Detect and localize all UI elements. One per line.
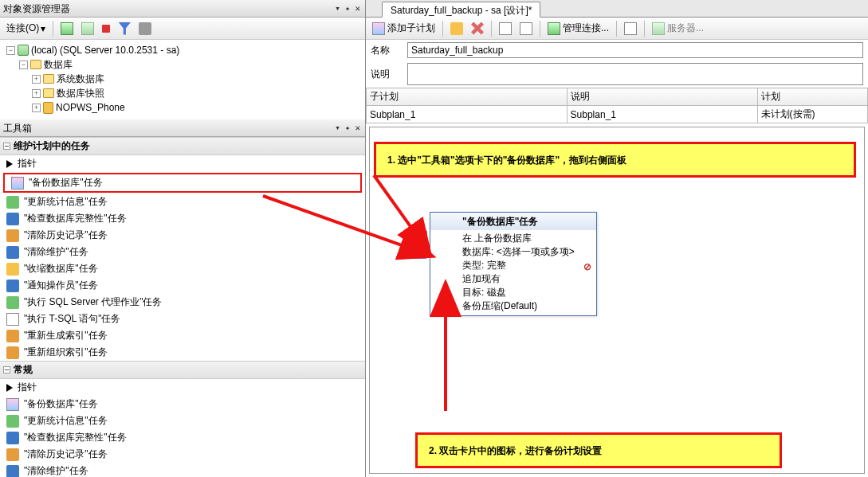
manage-connections-button[interactable]: 管理连接... [544,20,612,37]
oe-connect-icon[interactable] [57,21,77,37]
annotation-2: 2. 双击卡片中的图标，进行备份计划设置 [415,432,782,468]
toolbox-panel: 维护计划中的任务 指针 "备份数据库"任务 "更新统计信息"任务 "检查数据库完… [0,137,365,477]
document-tabstrip: Saturday_full_backup - sa [设计]* [366,0,868,18]
history-icon [6,448,19,461]
tb-rebuild-index[interactable]: "重新生成索引"任务 [0,327,365,344]
agent-icon [6,296,19,309]
tb-pointer-2[interactable]: 指针 [0,379,365,396]
close-icon[interactable]: ✕ [353,119,362,137]
history-icon [6,229,19,242]
pointer-icon [6,384,13,392]
tb-exec-tsql[interactable]: "执行 T-SQL 语句"任务 [0,311,365,327]
col-sched: 计划 [757,88,867,106]
tree-databases[interactable]: − 数据库 [19,57,362,72]
tb-cleanup-maint[interactable]: "清除维护"任务 [0,244,365,260]
add-subplan-button[interactable]: 添加子计划 [369,20,438,37]
oe-filter-icon[interactable] [115,21,134,37]
collapse-icon [3,143,10,150]
servers-button[interactable]: 服务器... [649,20,707,37]
cleanup-icon [6,465,19,478]
tb-backup-db-2[interactable]: "备份数据库"任务 [0,396,365,412]
card-error-icon[interactable]: ⊘ [582,262,593,273]
plan-name-label: 名称 [371,44,403,57]
tb-update-stats-2[interactable]: "更新统计信息"任务 [0,412,365,429]
backup-icon [11,177,24,190]
oe-stop-icon[interactable] [99,23,113,34]
tb-shrink-db[interactable]: "收缩数据库"任务 [0,260,365,277]
tree-server[interactable]: − (local) (SQL Server 10.0.2531 - sa) [6,43,362,57]
tree-db-nopws[interactable]: + NOPWS_Phone [32,100,362,115]
integrity-icon [6,213,19,225]
tb-check-integrity[interactable]: "检查数据库完整性"任务 [0,210,365,227]
calendar-icon[interactable] [496,21,515,37]
connect-button[interactable]: 连接(O)▾ [3,20,49,37]
toolbox-group-general[interactable]: 常规 [0,361,365,379]
tb-cleanup-maint-2[interactable]: "清除维护"任务 [0,463,365,477]
card-line: 追加现有 [462,272,591,286]
subplan-grid[interactable]: 子计划 说明 计划 Subplan_1 Subplan_1 未计划(按需) [366,88,868,123]
oe-refresh-icon[interactable] [136,21,155,37]
folder-icon [43,88,54,98]
pin-icon[interactable]: ✦ [344,0,352,18]
card-line: 类型: 完整 [462,259,591,272]
tb-reorg-index[interactable]: "重新组织索引"任务 [0,344,365,361]
plan-desc-row: 说明 [366,61,868,88]
svg-line-0 [374,175,414,231]
rebuild-icon [6,330,19,342]
tb-check-integrity-2[interactable]: "检查数据库完整性"任务 [0,429,365,446]
tb-update-stats[interactable]: "更新统计信息"任务 [0,194,365,210]
shrink-icon [6,263,19,276]
collapse-icon [3,366,10,373]
backup-task-card[interactable]: "备份数据库"任务 ⊘ 在 上备份数据库 数据库: <选择一项或多项> 类型: … [430,212,597,316]
oe-disconnect-icon[interactable] [78,21,97,37]
oe-toolbar: 连接(O)▾ [0,18,365,40]
col-subplan: 子计划 [367,88,568,106]
design-toolbar: 添加子计划 管理连接... 服务器... [366,18,868,40]
tb-cleanup-history-2[interactable]: "清除历史记录"任务 [0,446,365,463]
backup-task-icon[interactable] [407,230,427,259]
dropdown-icon[interactable]: ▾ [333,119,342,137]
dropdown-icon[interactable]: ▾ [333,0,342,18]
tab-design-doc[interactable]: Saturday_full_backup - sa [设计]* [382,2,540,18]
plan-name-row: 名称 [366,40,868,61]
servers-icon [652,22,665,35]
delete-icon[interactable] [468,21,487,37]
tb-backup-db[interactable]: "备份数据库"任务 [3,173,362,193]
object-explorer-header: 对象资源管理器 ▾ ✦ ✕ [0,0,365,18]
plan-name-input[interactable] [407,42,863,58]
calendar-x-icon[interactable] [516,21,536,37]
notify-icon [6,280,19,292]
plan-desc-label: 说明 [371,68,403,81]
tb-cleanup-history[interactable]: "清除历史记录"任务 [0,227,365,244]
report-icon[interactable] [621,21,640,37]
database-icon [43,102,53,114]
card-line: 目标: 磁盘 [462,286,591,299]
tsql-icon [6,313,19,326]
tb-exec-agent-job[interactable]: "执行 SQL Server 代理作业"任务 [0,294,365,311]
card-line: 在 上备份数据库 [462,232,591,245]
tree-sysdb[interactable]: + 系统数据库 [32,72,362,86]
plan-desc-input[interactable] [407,63,863,85]
subplan-row[interactable]: Subplan_1 Subplan_1 未计划(按需) [367,106,868,123]
stats-icon [6,415,19,428]
toolbox-title: 工具箱 [3,119,333,137]
reorg-icon [6,346,19,359]
server-icon [18,45,29,56]
col-desc: 说明 [567,88,757,106]
close-icon[interactable]: ✕ [353,0,362,18]
folder-icon [43,74,54,84]
oe-tree[interactable]: − (local) (SQL Server 10.0.2531 - sa) − … [0,40,365,119]
edit-icon[interactable] [447,21,466,37]
card-line: 数据库: <选择一项或多项> [462,245,591,259]
toolbox-group-maint[interactable]: 维护计划中的任务 [0,137,365,155]
toolbox-header: 工具箱 ▾ ✦ ✕ [0,119,365,137]
card-title: "备份数据库"任务 [430,213,596,230]
pin-icon[interactable]: ✦ [344,119,352,137]
object-explorer-title: 对象资源管理器 [3,0,333,18]
cleanup-icon [6,246,19,259]
tb-notify-operator[interactable]: "通知操作员"任务 [0,277,365,294]
card-line: 备份压缩(Default) [462,299,591,313]
tb-pointer[interactable]: 指针 [0,155,365,172]
tree-snapshot[interactable]: + 数据库快照 [32,86,362,100]
design-canvas[interactable]: 1. 选中"工具箱"选项卡下的"备份数据库"，拖到右侧面板 "备份数据库"任务 … [369,127,865,474]
